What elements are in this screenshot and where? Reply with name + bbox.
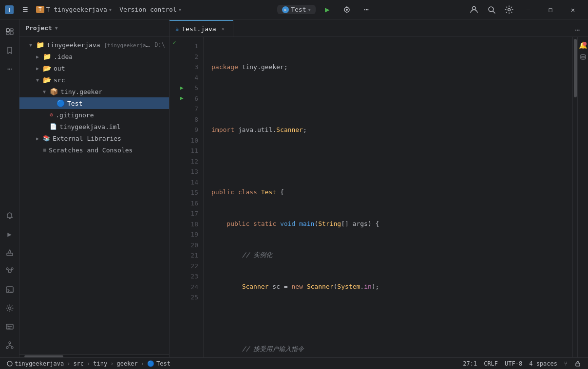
notification-badge <box>583 42 587 46</box>
tab-test-java[interactable]: ☕ Test.java ✕ <box>170 20 233 37</box>
code-line-7: // 实例化 <box>211 250 565 260</box>
tree-item-test-java[interactable]: 🔵 Test <box>19 97 169 109</box>
arrow-icon: ▼ <box>36 77 43 83</box>
hamburger-menu-button[interactable]: ☰ <box>19 0 32 19</box>
gutter-line-3 <box>170 58 179 69</box>
tree-item-iml[interactable]: 📄 tinygeekjava.iml <box>19 121 169 132</box>
version-control-menu[interactable]: Version control ▼ <box>115 0 185 19</box>
git-tool-button[interactable] <box>1 263 18 279</box>
vcs-button[interactable] <box>1 337 18 353</box>
terminal-button[interactable] <box>1 281 18 298</box>
search-everywhere-button[interactable] <box>484 2 499 18</box>
project-root-path: D:\ <box>154 41 165 48</box>
line-num-4: 4 <box>179 73 203 83</box>
project-panel-chevron-icon: ▼ <box>55 25 58 31</box>
minimize-button[interactable]: — <box>517 0 539 19</box>
title-bar: I ☰ T T tinygeekerjava ▼ Version control… <box>0 0 588 19</box>
code-line-9 <box>211 313 565 323</box>
tree-item-project-root[interactable]: ▼ 📁 tinygeekerjava [tinygeekerjava] D:\ <box>19 39 169 51</box>
breadcrumb-src: src <box>73 360 84 367</box>
code-line-10: // 接受用户输入指令 <box>211 344 565 354</box>
sidebar-scrollbar-track[interactable] <box>19 354 169 357</box>
encoding-button[interactable]: UTF-8 <box>502 358 525 369</box>
project-menu[interactable]: T T tinygeekerjava ▼ <box>32 0 115 19</box>
package-label: tiny.geeker <box>60 88 165 95</box>
cursor-position-button[interactable]: 27:1 <box>460 358 480 369</box>
tree-item-gitignore[interactable]: ⊘ .gitignore <box>19 109 169 121</box>
gutter-line-6 <box>170 90 179 100</box>
restore-button[interactable]: □ <box>539 0 562 19</box>
gutter-line-9 <box>170 121 179 131</box>
scratch-icon: ≡ <box>43 147 46 153</box>
iml-label: tinygeekjava.iml <box>59 123 165 130</box>
line-num-8: 8 <box>179 114 203 125</box>
editor-scrollbar-thumb[interactable] <box>574 39 577 97</box>
terminal-emulator-button[interactable] <box>1 318 18 335</box>
line-ending-button[interactable]: CRLF <box>481 358 501 369</box>
build-tool-button[interactable] <box>1 244 18 261</box>
close-button[interactable]: ✕ <box>562 0 584 19</box>
run-button[interactable]: ▶ <box>320 2 335 18</box>
indent-button[interactable]: 4 spaces <box>526 358 560 369</box>
more-run-options-button[interactable]: ⋯ <box>359 2 374 18</box>
svg-point-15 <box>8 270 11 273</box>
folder-icon: 📁 <box>36 41 44 49</box>
project-panel-header: Project ▼ <box>19 19 169 37</box>
breadcrumb-sep-3: › <box>110 360 114 367</box>
tab-close-button[interactable]: ✕ <box>219 25 227 33</box>
arrow-icon: ▶ <box>36 136 43 141</box>
run-config-chevron-icon: ▼ <box>308 7 311 12</box>
tree-item-idea[interactable]: ▶ 📁 .idea <box>19 51 169 62</box>
svg-rect-20 <box>6 287 13 293</box>
debug-button[interactable] <box>339 2 355 18</box>
tree-item-external-libraries[interactable]: ▶ 📚 External Libraries <box>19 132 169 144</box>
bookmarks-tool-button[interactable] <box>1 42 18 58</box>
editor-scrollbar-track[interactable] <box>572 37 577 357</box>
version-control-label: Version control <box>119 6 176 13</box>
code-line-8: Scanner sc = new Scanner(System.in); <box>211 281 565 292</box>
svg-point-3 <box>346 9 348 11</box>
project-tool-window-button[interactable] <box>1 23 18 40</box>
sidebar-scrollbar-thumb[interactable] <box>24 355 63 357</box>
java-file-tab-icon: ☕ <box>175 25 179 32</box>
line-num-15: 15 <box>179 187 203 198</box>
database-button[interactable] <box>579 53 588 61</box>
status-bar: tinygeekerjava › src › tiny › geeker › 🔵… <box>0 357 588 369</box>
line-num-21: 21 <box>179 250 203 261</box>
tree-item-scratches[interactable]: ≡ Scratches and Consoles <box>19 144 169 156</box>
project-badge: T <box>36 6 44 13</box>
main-area: ⋯ ▶ <box>0 19 588 357</box>
tab-label: Test.java <box>182 25 216 33</box>
run-tool-button[interactable]: ▶ <box>1 226 18 242</box>
notifications-button[interactable] <box>1 207 18 224</box>
vcs-notifications-button[interactable]: 🔔 <box>579 41 588 50</box>
line-num-13: 13 <box>179 166 203 177</box>
run-arrow-icon: ▶ <box>180 84 184 92</box>
profile-button[interactable] <box>466 2 482 18</box>
tree-item-package[interactable]: ▼ 📦 tiny.geeker <box>19 86 169 97</box>
menu-icon: ☰ <box>22 6 28 13</box>
line-numbers: 1 2 3 4 ▶5 ▶6 7 8 9 10 11 12 13 14 15 16 <box>179 37 204 357</box>
tree-item-out[interactable]: ▶ 📂 out <box>19 62 169 74</box>
svg-point-25 <box>6 347 8 349</box>
idea-label: .idea <box>54 53 165 60</box>
code-line-5: public class Test { <box>211 187 565 198</box>
settings-tool-button[interactable] <box>1 300 18 316</box>
git-branch-button[interactable]: ⑂ <box>561 358 570 369</box>
line-num-18: 18 <box>179 219 203 230</box>
svg-rect-13 <box>10 32 13 35</box>
tree-item-src[interactable]: ▼ 📂 src <box>19 74 169 86</box>
lock-icon-button[interactable] <box>571 358 584 369</box>
src-label: src <box>54 76 165 84</box>
line-num-6: ▶6 <box>179 93 203 104</box>
settings-button[interactable] <box>501 2 517 18</box>
run-configuration-selector[interactable]: ▶ Test ▼ <box>277 5 316 14</box>
code-line-4 <box>211 156 565 166</box>
editor-options-button[interactable]: ⋯ <box>570 23 584 37</box>
more-tool-windows-button[interactable]: ⋯ <box>1 60 18 77</box>
code-editor[interactable]: package tiny.geeker; import java.util.Sc… <box>204 37 572 357</box>
project-path-breadcrumb[interactable]: tinygeekerjava › src › tiny › geeker › 🔵… <box>4 358 173 369</box>
icon-bar: ⋯ ▶ <box>0 19 19 357</box>
cursor-position-label: 27:1 <box>463 360 477 367</box>
line-num-5: ▶5 <box>179 83 203 93</box>
